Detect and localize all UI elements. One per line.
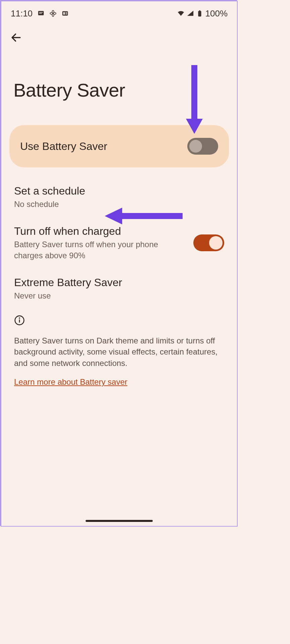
status-battery: 100% <box>205 8 228 19</box>
set-schedule-sub: No schedule <box>14 199 216 210</box>
extreme-sub: Never use <box>14 290 216 301</box>
wifi-icon <box>177 10 185 17</box>
pinwheel-icon <box>49 10 57 17</box>
svg-rect-9 <box>199 10 200 11</box>
set-schedule-row[interactable]: Set a schedule No schedule <box>1 177 237 217</box>
use-battery-saver-row[interactable]: Use Battery Saver <box>9 125 229 167</box>
svg-rect-2 <box>39 13 42 13</box>
svg-rect-8 <box>198 11 201 16</box>
messages-icon <box>37 10 45 17</box>
page-title: Battery Saver <box>1 46 237 121</box>
back-button[interactable] <box>8 30 24 46</box>
info-text: Battery Saver turns on Dark theme and li… <box>14 335 224 369</box>
status-time: 11:10 <box>11 8 33 19</box>
svg-rect-7 <box>65 14 67 14</box>
svg-rect-5 <box>65 12 67 12</box>
extreme-title: Extreme Battery Saver <box>14 276 216 289</box>
svg-rect-4 <box>63 12 65 14</box>
info-section: Battery Saver turns on Dark theme and li… <box>1 309 237 393</box>
status-bar: 11:10 100% <box>1 1 237 20</box>
news-icon <box>61 10 69 17</box>
turn-off-charged-sub: Battery Saver turns off when your phone … <box>14 239 185 261</box>
turn-off-charged-row[interactable]: Turn off when charged Battery Saver turn… <box>1 217 237 268</box>
battery-icon <box>196 10 203 17</box>
info-icon <box>14 315 224 327</box>
svg-rect-6 <box>65 13 67 13</box>
gesture-bar[interactable] <box>86 520 153 522</box>
learn-more-link[interactable]: Learn more about Battery saver <box>14 377 128 386</box>
svg-rect-1 <box>39 12 43 12</box>
turn-off-charged-toggle[interactable] <box>193 234 224 251</box>
use-battery-saver-label: Use Battery Saver <box>20 140 107 153</box>
extreme-battery-saver-row[interactable]: Extreme Battery Saver Never use <box>1 268 237 309</box>
turn-off-charged-title: Turn off when charged <box>14 224 185 238</box>
svg-point-12 <box>19 318 19 318</box>
use-battery-saver-toggle[interactable] <box>187 138 218 155</box>
signal-icon <box>187 10 194 17</box>
set-schedule-title: Set a schedule <box>14 184 216 198</box>
